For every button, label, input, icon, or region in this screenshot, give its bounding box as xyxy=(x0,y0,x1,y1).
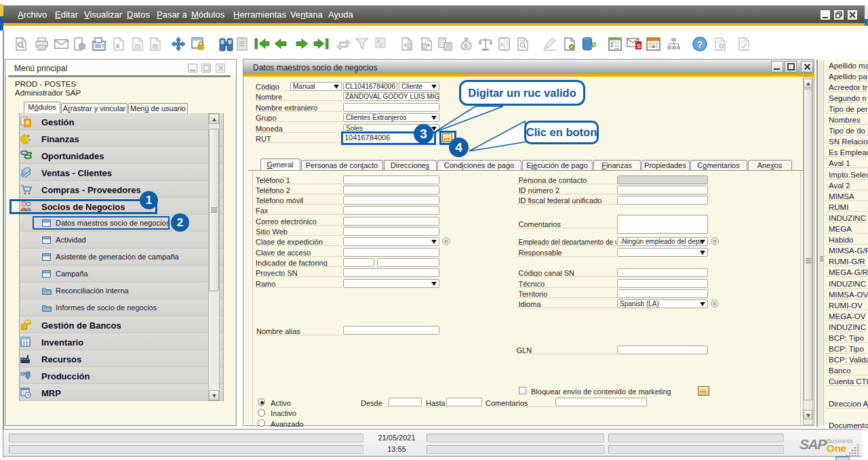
svg-text:A: A xyxy=(154,45,157,49)
svg-text:S: S xyxy=(637,43,641,49)
svg-text:?: ? xyxy=(697,39,703,49)
svg-text:W: W xyxy=(136,45,140,49)
svg-text:$: $ xyxy=(465,43,468,49)
svg-text:Z: Z xyxy=(380,43,382,47)
svg-text:$: $ xyxy=(500,42,503,47)
